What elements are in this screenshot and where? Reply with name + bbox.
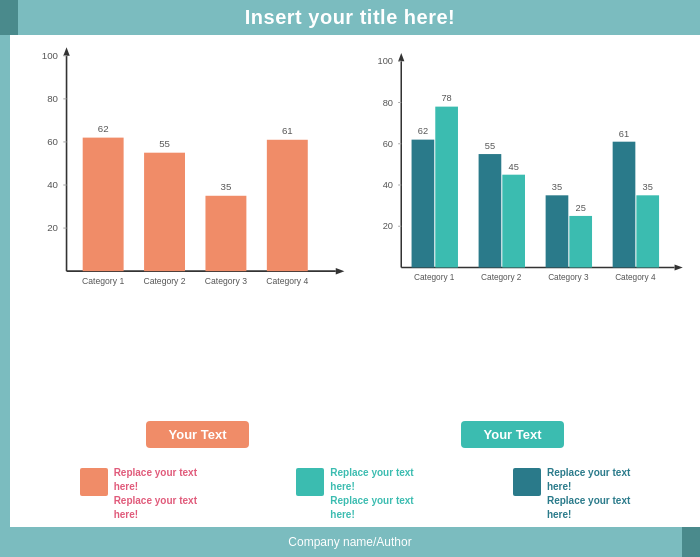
svg-text:Category 1: Category 1 <box>414 273 455 282</box>
svg-rect-57 <box>636 195 659 267</box>
svg-text:60: 60 <box>383 139 393 149</box>
svg-text:40: 40 <box>47 179 58 190</box>
svg-text:25: 25 <box>576 203 586 213</box>
svg-marker-3 <box>63 47 69 56</box>
svg-text:40: 40 <box>383 180 393 190</box>
svg-rect-47 <box>502 175 525 268</box>
legend-badge-teal: Your Text <box>461 421 563 448</box>
svg-text:55: 55 <box>159 138 170 149</box>
svg-marker-2 <box>336 268 345 274</box>
svg-text:20: 20 <box>47 222 58 233</box>
legend-color-teal-dark <box>513 468 541 496</box>
chart1-svg: 100 80 60 40 20 62 Category 1 <box>20 45 350 325</box>
svg-text:62: 62 <box>418 126 428 136</box>
legend-item-2: Replace your texthere!Replace your texth… <box>296 466 413 522</box>
svg-rect-40 <box>412 140 435 268</box>
svg-text:Category 4: Category 4 <box>266 276 308 286</box>
svg-text:62: 62 <box>98 123 109 134</box>
chart2-svg: 100 80 60 40 20 62 78 Category 1 55 <box>360 45 690 325</box>
svg-text:78: 78 <box>441 93 451 103</box>
footer-text: Company name/Author <box>288 535 411 549</box>
legend-items-row: Replace your texthere!Replace your texth… <box>10 458 700 527</box>
header-accent-left <box>0 0 18 35</box>
svg-text:35: 35 <box>643 182 653 192</box>
svg-text:61: 61 <box>619 129 629 139</box>
svg-text:Category 2: Category 2 <box>143 276 185 286</box>
footer: Company name/Author <box>0 527 700 557</box>
header: Insert your title here! <box>0 0 700 35</box>
svg-text:45: 45 <box>509 162 519 172</box>
side-accent <box>0 35 10 527</box>
svg-text:Category 2: Category 2 <box>481 273 522 282</box>
chart2-container: 100 80 60 40 20 62 78 Category 1 55 <box>360 45 690 414</box>
legend-text-3: Replace your texthere!Replace your texth… <box>547 466 630 522</box>
svg-rect-17 <box>144 153 185 271</box>
legend-color-teal-light <box>296 468 324 496</box>
svg-text:20: 20 <box>383 221 393 231</box>
svg-rect-50 <box>546 195 569 267</box>
svg-text:55: 55 <box>485 141 495 151</box>
svg-text:35: 35 <box>221 181 232 192</box>
svg-text:60: 60 <box>47 136 58 147</box>
main-content: 100 80 60 40 20 62 Category 1 <box>10 35 700 527</box>
chart1-container: 100 80 60 40 20 62 Category 1 <box>20 45 350 414</box>
svg-rect-52 <box>569 216 592 268</box>
legend-item-3: Replace your texthere!Replace your texth… <box>513 466 630 522</box>
svg-text:Category 3: Category 3 <box>205 276 247 286</box>
svg-text:Category 3: Category 3 <box>548 273 589 282</box>
svg-rect-55 <box>613 142 636 268</box>
page-title: Insert your title here! <box>245 6 455 29</box>
legend-badges-row: Your Text Your Text <box>10 419 700 450</box>
svg-text:Category 4: Category 4 <box>615 273 656 282</box>
svg-text:100: 100 <box>42 50 59 61</box>
charts-row: 100 80 60 40 20 62 Category 1 <box>10 35 700 419</box>
svg-rect-23 <box>267 140 308 271</box>
legend-text-2: Replace your texthere!Replace your texth… <box>330 466 413 522</box>
legend-item-1: Replace your texthere!Replace your texth… <box>80 466 197 522</box>
svg-text:80: 80 <box>47 93 58 104</box>
svg-marker-29 <box>398 53 404 61</box>
legend-color-orange <box>80 468 108 496</box>
svg-marker-28 <box>675 264 683 270</box>
svg-text:35: 35 <box>552 182 562 192</box>
svg-rect-45 <box>479 154 502 267</box>
legend-badge-orange: Your Text <box>146 421 248 448</box>
svg-rect-14 <box>83 138 124 272</box>
svg-text:61: 61 <box>282 125 293 136</box>
legend-text-1: Replace your texthere!Replace your texth… <box>114 466 197 522</box>
svg-rect-42 <box>435 107 458 268</box>
footer-accent-right <box>682 527 700 557</box>
svg-text:80: 80 <box>383 98 393 108</box>
svg-text:Category 1: Category 1 <box>82 276 124 286</box>
svg-text:100: 100 <box>378 56 393 66</box>
svg-rect-20 <box>205 196 246 271</box>
